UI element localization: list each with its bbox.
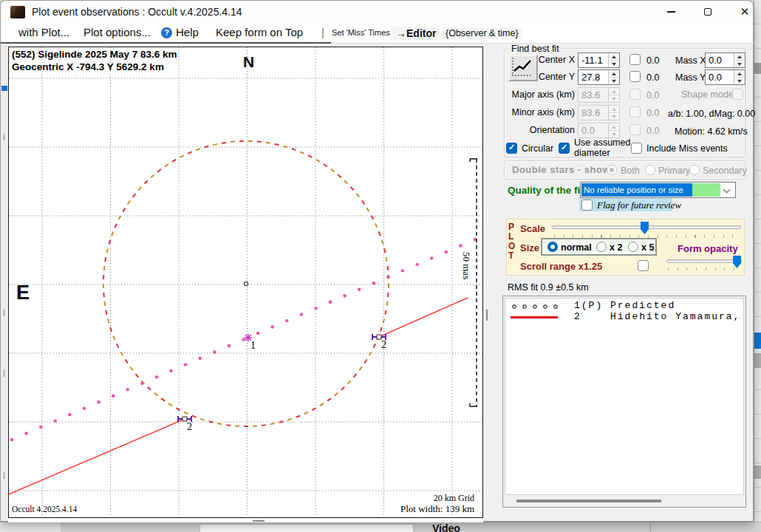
window-title: Plot event observations : Occult v.4.202… (32, 6, 242, 18)
opacity-slider-track[interactable] (666, 259, 742, 263)
menu-with-plot[interactable]: with Plot... (18, 26, 69, 38)
legend-horizontal-scrollbar[interactable] (505, 496, 744, 506)
find-best-fit-label: Find best fit (509, 44, 562, 54)
minimize-icon (667, 11, 675, 13)
predicted-path-dot (256, 332, 259, 335)
mass-x-input[interactable]: 0.0 (705, 52, 745, 68)
menu-editor[interactable]: →Editor (392, 27, 440, 40)
menu-observer-time[interactable]: {Observer & time} (442, 27, 522, 39)
center-y-up-button[interactable] (609, 70, 619, 78)
major-axis-label: Major axis (km) (503, 89, 575, 100)
predicted-path-dot (270, 325, 273, 328)
menubar: with Plot... Plot options... ? Help Keep… (1, 23, 753, 43)
plot-vertical-scrollbar[interactable] (484, 47, 490, 518)
size-label: Size (520, 242, 539, 253)
close-button[interactable]: ✕ (728, 1, 761, 23)
background-panel (0, 522, 61, 532)
dock-tab-mark (3, 370, 5, 377)
center-y-input[interactable]: 27.8 (578, 69, 620, 85)
double-stars-primary-radio (645, 165, 655, 175)
predicted-path-dot (445, 250, 448, 253)
size-x5-radio[interactable] (628, 242, 638, 252)
app-window: Plot event observations : Occult v.4.202… (0, 0, 754, 522)
mass-y-up-button[interactable] (734, 70, 745, 78)
menu-help[interactable]: Help (176, 26, 199, 38)
quality-dropdown[interactable]: No reliable position or size (580, 182, 736, 198)
double-stars-both-radio (607, 165, 617, 175)
quality-dropdown-button[interactable] (720, 183, 734, 197)
left-dock-strip[interactable] (1, 45, 7, 521)
close-icon: ✕ (740, 5, 750, 18)
center-x-fix-checkbox[interactable] (629, 54, 641, 65)
legend-scrollbar-thumb[interactable] (516, 499, 661, 502)
plot-horizontal-scrollbar[interactable] (8, 519, 483, 522)
use-assumed-diameter-checkbox[interactable] (559, 143, 570, 154)
background-window-right (754, 0, 761, 532)
circular-checkbox[interactable] (506, 143, 517, 154)
menu-plot-options[interactable]: Plot options... (83, 26, 151, 38)
predicted-dotted-symbol (511, 303, 562, 310)
background-window-bottom: Video (0, 522, 761, 532)
plot-svg: 122(552) Sigelinde 2025 May 7 83.6 kmGeo… (9, 47, 482, 517)
plot-title-line1: (552) Sigelinde 2025 May 7 83.6 km (12, 49, 177, 60)
mass-x-down-button[interactable] (734, 61, 745, 67)
size-normal-radio[interactable] (547, 242, 558, 252)
observed-chord (379, 298, 468, 337)
desktop: Video Plot event observations : Occult v… (0, 0, 761, 532)
vertical-scrollbar-thumb[interactable] (486, 310, 488, 321)
mass-x-up-button[interactable] (734, 53, 745, 61)
event-marker-1: 1 (245, 334, 256, 352)
center-x-input[interactable]: -11.1 (578, 52, 620, 68)
predicted-path-dot (39, 426, 42, 429)
horizontal-scrollbar-thumb[interactable] (253, 520, 265, 522)
include-miss-events-checkbox[interactable] (631, 143, 642, 154)
center-x-down-button[interactable] (609, 61, 619, 67)
center-x-fixed-value: 0.0 (646, 55, 659, 66)
scroll-range-checkbox[interactable] (638, 260, 649, 271)
center-x-up-button[interactable] (609, 53, 619, 61)
menu-set-miss-times[interactable]: Set 'Miss' Times (332, 28, 390, 37)
minor-axis-up-button (609, 106, 619, 113)
circular-label: Circular (522, 143, 553, 154)
window-titlebar[interactable]: Plot event observations : Occult v.4.202… (1, 1, 753, 23)
scale-label: Scale (520, 223, 545, 234)
dock-tab-mark (3, 310, 5, 316)
background-cell (754, 63, 761, 74)
predicted-path-dot (112, 395, 115, 398)
dock-tab-mark (3, 472, 5, 479)
major-axis-fixed-value: 0.0 (646, 90, 659, 100)
left-dock-accent (1, 86, 7, 91)
size-x2-radio[interactable] (596, 242, 607, 252)
mas-scale-label: 50 mas (461, 252, 472, 279)
mass-y-down-button[interactable] (734, 78, 745, 84)
center-y-fixed-value: 0.0 (646, 72, 659, 83)
use-assumed-diameter-label: Use assumed diameter (574, 138, 633, 159)
chevron-down-icon (723, 186, 731, 194)
mass-x-label: Mass X (675, 55, 706, 66)
flag-review-checkbox[interactable] (581, 200, 593, 211)
minimize-button[interactable] (654, 1, 688, 23)
legend-row-2-name: Hidehito Yamamura, near (610, 311, 744, 322)
maximize-button[interactable] (691, 1, 725, 23)
form-opacity-label: Form opacity (678, 243, 738, 254)
event-marker-2: 2 (178, 416, 192, 432)
event-marker-2: 2 (372, 334, 386, 350)
center-y-value: 27.8 (581, 72, 607, 83)
plot-canvas[interactable]: 122(552) Sigelinde 2025 May 7 83.6 kmGeo… (8, 47, 483, 518)
predicted-path-dot (386, 276, 389, 279)
quality-selected-value: No reliable position or size (581, 183, 692, 197)
scroll-range-label: Scroll range x1.25 (520, 261, 602, 272)
north-label: N (243, 53, 254, 70)
observed-chord (9, 419, 185, 498)
legend-listbox[interactable]: 1(P) Predicted 2 Hidehito Yamamura, near (502, 296, 746, 508)
menu-keep-on-top[interactable]: Keep form on Top (216, 26, 303, 38)
center-y-fix-checkbox[interactable] (629, 71, 641, 82)
plot-letter-p: P (508, 222, 514, 232)
center-y-down-button[interactable] (609, 78, 619, 84)
shape-model-label: Shape model (681, 89, 736, 100)
mass-y-input[interactable]: 0.0 (705, 69, 745, 85)
predicted-path-dot (155, 375, 158, 378)
predicted-path-dot (358, 288, 361, 291)
double-stars-both-label: Both (621, 166, 640, 176)
plot-letter-t: T (508, 250, 513, 261)
